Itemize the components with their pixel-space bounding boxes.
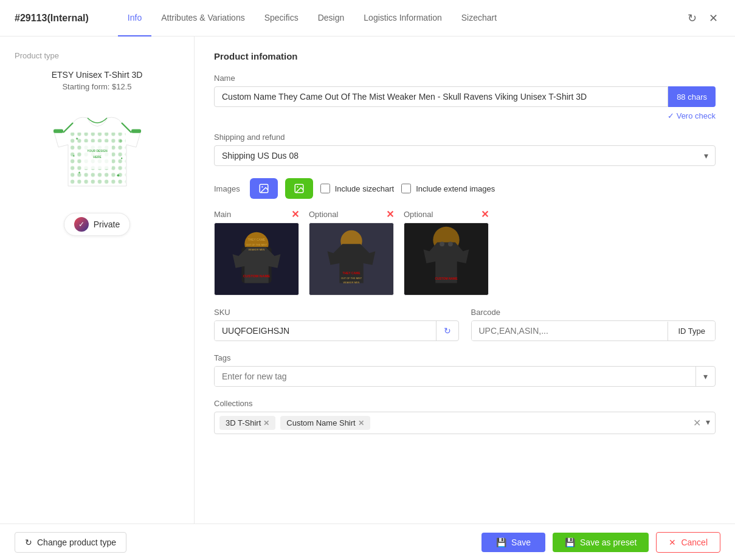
tags-arrow-icon[interactable]: ▾	[695, 367, 715, 386]
include-extend-label: Include extend images	[416, 184, 495, 193]
nav-tabs: Info Attributes & Variations Specifics D…	[118, 0, 666, 36]
right-panel: Product infomation Name 88 chars ✓ Vero …	[195, 36, 735, 524]
main-layout: Product type ETSY Unisex T-Shirt 3D Star…	[0, 36, 735, 524]
svg-point-14	[261, 186, 263, 187]
sku-input[interactable]	[215, 321, 436, 340]
tab-logistics[interactable]: Logistics Information	[354, 0, 451, 36]
collections-label: Collections	[214, 399, 716, 408]
include-sizechart-label: Include sizechart	[335, 184, 395, 193]
collections-wrapper: 3D T-Shirt ✕ Custom Name Shirt ✕ ✕ ▾	[214, 412, 716, 434]
shipping-select-wrapper: Shipping US Dus 08 ▾	[214, 145, 716, 166]
svg-text:THEY CAME: THEY CAME	[248, 238, 266, 241]
tab-specifics[interactable]: Specifics	[255, 0, 308, 36]
thumbnail-optional2-img[interactable]: CUSTOM NAME	[404, 223, 489, 296]
collection-tag-3d: 3D T-Shirt ✕	[219, 416, 275, 430]
svg-text:⚙: ⚙	[119, 139, 122, 143]
product-type-name: ETSY Unisex T-Shirt 3D	[15, 70, 179, 80]
image-upload-button-green[interactable]	[285, 178, 313, 199]
svg-point-32	[440, 241, 444, 246]
id-type-button[interactable]: ID Type	[668, 322, 715, 340]
barcode-group: Barcode ID Type	[471, 308, 716, 341]
barcode-input-wrapper: ID Type	[471, 320, 716, 341]
image-icon-green	[294, 183, 305, 194]
thumbnail-optional2-remove[interactable]: ✕	[481, 209, 489, 220]
name-group: Name 88 chars ✓ Vero check	[214, 74, 716, 120]
shipping-label: Shipping and refund	[214, 133, 716, 142]
svg-text:THEY CAME: THEY CAME	[343, 272, 361, 275]
tags-group: Tags ▾	[214, 353, 716, 387]
left-panel: Product type ETSY Unisex T-Shirt 3D Star…	[0, 36, 195, 524]
chars-badge: 88 chars	[668, 86, 716, 107]
thumbnail-optional1-img[interactable]: THEY CAME OUT OF THE MIST WEAKER MEN	[309, 223, 394, 296]
name-input-wrapper: 88 chars	[214, 86, 716, 107]
tags-input[interactable]	[215, 367, 695, 386]
include-extend-checkbox[interactable]	[401, 184, 411, 193]
images-label: Images	[214, 184, 240, 193]
collections-clear-icon[interactable]: ✕	[693, 417, 701, 429]
thumbnail-optional2-label: Optional	[404, 210, 433, 219]
svg-text:✦: ✦	[78, 170, 81, 175]
save-as-preset-label: Save as preset	[580, 538, 637, 547]
thumbnail-main-img[interactable]: CUSTOM NAME THEY CAME OUT OF THE MIST WE…	[214, 223, 299, 296]
thumbnail-optional2: Optional ✕ CUSTOM NAME	[404, 209, 489, 296]
thumbnail-optional1: Optional ✕ THEY CAME OUT OF THE MIST WEA…	[309, 209, 394, 296]
image-upload-button-purple[interactable]	[250, 178, 278, 199]
refresh-button[interactable]: ↻	[685, 9, 699, 27]
collections-arrow-icon[interactable]: ▾	[706, 417, 710, 429]
save-button[interactable]: 💾 Save	[481, 533, 545, 552]
sku-refresh-button[interactable]: ↻	[436, 321, 458, 340]
cancel-button[interactable]: ✕ Cancel	[656, 532, 720, 553]
collection-tag-custom-remove[interactable]: ✕	[358, 419, 364, 427]
svg-point-16	[297, 186, 298, 187]
tab-info[interactable]: Info	[118, 0, 151, 36]
collection-tag-custom: Custom Name Shirt ✕	[280, 416, 370, 430]
vero-check-link[interactable]: ✓ Vero check	[668, 111, 716, 120]
include-sizechart-checkbox[interactable]	[320, 184, 330, 193]
thumbnail-optional1-remove[interactable]: ✕	[386, 209, 394, 220]
shipping-select[interactable]: Shipping US Dus 08	[214, 145, 716, 166]
svg-text:WEAKER MEN: WEAKER MEN	[249, 248, 265, 251]
svg-point-33	[448, 241, 453, 246]
svg-text:●: ●	[120, 156, 122, 160]
image-icon-purple	[258, 183, 269, 194]
save-icon: 💾	[496, 538, 506, 547]
product-starting-form: Starting form: $12.5	[15, 82, 179, 91]
tab-design[interactable]: Design	[308, 0, 354, 36]
barcode-input[interactable]	[472, 321, 668, 340]
tab-attributes[interactable]: Attributes & Variations	[151, 0, 254, 36]
collections-actions: ✕ ▾	[693, 417, 710, 429]
footer: ↻ Change product type 💾 Save 💾 Save as p…	[0, 524, 735, 560]
vero-check: ✓ Vero check	[214, 111, 716, 120]
change-product-button[interactable]: ↻ Change product type	[15, 532, 126, 553]
product-info-title: Product infomation	[214, 51, 716, 61]
close-button[interactable]: ✕	[706, 9, 720, 27]
svg-text:HERE: HERE	[93, 156, 102, 159]
svg-text:★: ★	[75, 136, 78, 140]
product-type-label: Product type	[15, 51, 179, 60]
tags-label: Tags	[214, 353, 716, 362]
thumbnail-optional1-image: THEY CAME OUT OF THE MIST WEAKER MEN	[309, 223, 393, 296]
collection-tag-3d-remove[interactable]: ✕	[263, 419, 269, 427]
name-input[interactable]	[214, 86, 668, 107]
private-badge: ✓ Private	[64, 213, 131, 236]
product-image: YOUR DESIGN HERE ★ ⚙ ♦ ● ✦ ◆	[49, 103, 146, 201]
svg-text:CUSTOM NAME: CUSTOM NAME	[435, 278, 458, 281]
shipping-group: Shipping and refund Shipping US Dus 08 ▾	[214, 133, 716, 166]
sku-label: SKU	[214, 308, 459, 317]
header: #29113(Internal) Info Attributes & Varia…	[0, 0, 735, 36]
tags-input-wrapper: ▾	[214, 366, 716, 387]
thumbnail-main-remove[interactable]: ✕	[291, 209, 299, 220]
product-image-container: YOUR DESIGN HERE ★ ⚙ ♦ ● ✦ ◆	[15, 103, 179, 201]
svg-text:YOUR DESIGN: YOUR DESIGN	[87, 150, 108, 153]
collections-group: Collections 3D T-Shirt ✕ Custom Name Shi…	[214, 399, 716, 434]
tab-sizechart[interactable]: Sizechart	[452, 0, 506, 36]
save-as-preset-button[interactable]: 💾 Save as preset	[553, 533, 649, 552]
private-label: Private	[94, 220, 120, 229]
svg-rect-2	[131, 129, 141, 133]
thumbnail-optional2-header: Optional ✕	[404, 209, 489, 220]
sku-input-wrapper: ↻	[214, 320, 459, 341]
svg-text:CUSTOM NAME: CUSTOM NAME	[243, 274, 271, 278]
save-label: Save	[511, 538, 531, 547]
refresh-icon: ↻	[25, 538, 32, 547]
thumbnail-optional2-image: CUSTOM NAME	[404, 223, 488, 296]
